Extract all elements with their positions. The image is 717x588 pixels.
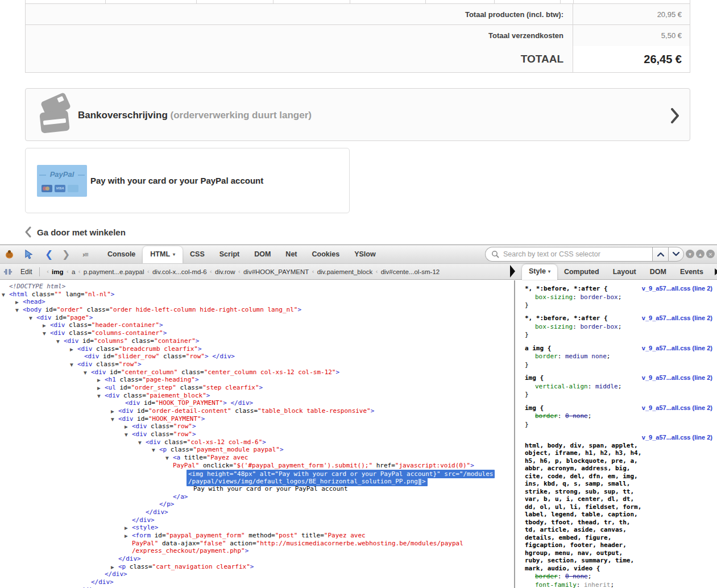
dom-tree-line[interactable]: ▼<body id="order" class="order hide-left… [0,306,514,314]
css-rule[interactable]: v_9_a57...all.css (line 2)img {border: 0… [525,404,714,428]
twisty-closed-icon[interactable]: ▶ [125,423,128,431]
dom-tree-line[interactable]: <div id="HOOK_TOP_PAYMENT"> </div> [0,399,514,407]
tab-console[interactable]: Console [100,246,143,262]
twisty-open-icon[interactable]: ▼ [84,369,87,377]
twisty-open-icon[interactable]: ▼ [97,392,101,400]
side-tab-style[interactable]: Style▾ [522,264,557,280]
dom-tree-line[interactable]: ▶<div class="breadcrumb clearfix"> [0,345,514,353]
twisty-open-icon[interactable]: ▼ [165,454,169,462]
dom-tree-line[interactable]: </div> [0,508,514,516]
css-property[interactable]: border: medium none; [535,352,714,361]
breadcrumb-item[interactable]: a [72,268,75,275]
dom-tree-line[interactable]: </a> [0,493,514,501]
dom-tree-line[interactable]: ▼<div class="columns-container"> [0,329,514,337]
payment-option-bank-transfer[interactable]: Bankoverschrijving (orderverwerking duur… [25,88,690,141]
tab-script[interactable]: Script [212,246,247,262]
breadcrumb-item[interactable]: p.payment...e.paypal [84,268,144,275]
dom-tree-line[interactable]: ▶<p class="cart_navigation clearfix"> [0,563,514,571]
dom-tree-line[interactable]: PayPal" onclick="$('#paypal_payment_form… [0,462,514,470]
minimize-button[interactable]: ▾ [686,250,694,258]
css-source-link[interactable]: v_9_a57...all.css (line 2) [642,345,712,353]
css-source-link[interactable]: v_9_a57...all.css (line 2) [642,314,712,322]
close-button[interactable]: × [706,250,715,258]
dom-tree-line[interactable]: </div> [0,555,514,563]
continue-shopping-link[interactable]: Ga door met winkelen [25,226,126,238]
twisty-open-icon[interactable]: ▼ [56,338,60,346]
css-property[interactable]: font-family: inherit; [535,581,714,588]
dom-tree-line[interactable]: ▼<div class="col-xs-12 col-md-6"> [0,438,514,446]
twisty-open-icon[interactable]: ▼ [15,307,19,314]
inspect-element-icon[interactable] [22,247,35,261]
dom-tree-line[interactable]: ▶<div class="row"> [0,423,514,430]
side-tab-layout[interactable]: Layout [606,265,643,279]
search-next-button[interactable] [668,247,684,262]
tab-net[interactable]: Net [278,246,304,262]
break-on-mutate-icon[interactable] [1,265,15,279]
breadcrumb-item[interactable]: div#HOOK_PAYMENT [243,268,309,275]
twisty-open-icon[interactable]: ▼ [2,291,5,299]
tab-html[interactable]: HTML▾ [143,246,183,263]
side-tabs-overflow-icon[interactable] [715,268,717,275]
side-tab-computed[interactable]: Computed [557,265,606,279]
dom-tree-line[interactable]: ▼<div class="row"> [0,430,514,438]
dom-tree-line[interactable]: ▼<a title="Payez avec [0,454,514,462]
paypal-logo-image[interactable]: PayPal VISA [37,165,87,197]
css-source-link[interactable]: v_9_a57...all.css (line 2) [642,404,712,412]
search-input[interactable] [503,250,645,258]
breadcrumb-item[interactable]: img [52,268,63,275]
firebug-menu-icon[interactable] [2,247,16,261]
dom-tree-line[interactable]: /paypal/views/img/default_logos/BE_horiz… [0,477,514,485]
dom-tree-line[interactable]: ▼<div id="HOOK_PAYMENT"> [0,415,514,423]
side-tab-dom[interactable]: DOM [643,265,673,279]
side-tab-events[interactable]: Events [673,265,710,279]
breadcrumb-item[interactable]: div.col-x...col-md-6 [152,268,207,275]
tab-cookies[interactable]: Cookies [305,246,347,262]
css-property[interactable]: border: 0 none; [535,412,714,420]
tab-css[interactable]: CSS [183,246,212,262]
twisty-open-icon[interactable]: ▼ [43,330,46,338]
dom-tree-line[interactable]: /express_checkout/payment.php"> [0,547,514,555]
dom-tree-line[interactable]: Pay with your card or your PayPal accoun… [0,485,514,493]
dom-tree-line[interactable]: ▶<style> [0,524,514,532]
dom-tree-line[interactable]: </div> [0,516,514,524]
dom-tree-line[interactable]: ▶<div class="header-container"> [0,321,514,329]
twisty-closed-icon[interactable]: ▶ [111,408,114,416]
css-source-link[interactable]: v_9_a57...all.css (line 2) [642,374,712,382]
dom-tree-line[interactable]: </p> [0,500,514,508]
css-rule[interactable]: v_9_a57...all.css (line 2)*, *:before, *… [525,314,714,338]
twisty-closed-icon[interactable]: ▶ [15,299,19,307]
breadcrumb-item[interactable]: div.row [215,268,235,275]
breadcrumb-item[interactable]: div.paiement_block [317,268,373,275]
dom-tree-line[interactable]: ▶<head> [0,298,514,306]
dom-tree-line[interactable]: ▼<div id="columns" class="container"> [0,337,514,345]
css-property[interactable]: box-sizing: border-box; [535,322,714,331]
twisty-open-icon[interactable]: ▼ [111,416,114,424]
dom-tree-line[interactable]: </div> [0,578,514,586]
twisty-closed-icon[interactable]: ▶ [43,322,46,330]
twisty-closed-icon[interactable]: ▶ [97,376,101,384]
edit-button[interactable]: Edit [20,268,32,276]
dom-tree-line[interactable]: ▼<div class="paiement_block"> [0,392,514,400]
twisty-closed-icon[interactable]: ▶ [70,346,73,354]
dom-tree-line[interactable]: PayPal" data-ajax="false" action="http:/… [0,540,514,548]
dom-tree-line[interactable]: ▶<form id="paypal_payment_form" method="… [0,532,514,540]
dom-tree-line[interactable]: ▼<html class="" lang="nl-nl"> [0,291,514,299]
tab-dom[interactable]: DOM [247,246,278,262]
dom-tree-line[interactable]: ▼<div class="row"> [0,361,514,368]
twisty-open-icon[interactable]: ▼ [152,446,155,454]
css-rule[interactable]: v_9_a57...all.css (line 2)*, *:before, *… [525,285,714,309]
css-source-link[interactable]: v_9_a57...all.css (line 2) [642,285,712,293]
css-rule[interactable]: v_9_a57...all.css (line 2)img {vertical-… [525,374,714,398]
dom-tree-line[interactable]: ▶<div id="order-detail-content" class="t… [0,407,514,415]
dom-tree-line[interactable]: ▼<div id="center_column" class="center_c… [0,368,514,376]
css-source-link[interactable]: v_9_a57...all.css (line 2) [642,434,712,442]
search-prev-button[interactable] [652,247,668,262]
dom-tree-line[interactable]: ▼<p class="payment_module paypal"> [0,446,514,454]
dom-tree-line[interactable]: <img height="48px" alt="Pay with your ca… [0,470,514,478]
detach-button[interactable]: ▴ [696,250,704,258]
dom-tree-line[interactable]: ▼<div id="page"> [0,314,514,322]
css-rule[interactable]: v_9_a57...all.css (line 2)html, body, di… [525,434,714,588]
history-forward-button[interactable]: ❯ [59,247,73,261]
tab-yslow[interactable]: YSlow [347,246,383,262]
twisty-open-icon[interactable]: ▼ [70,361,73,369]
